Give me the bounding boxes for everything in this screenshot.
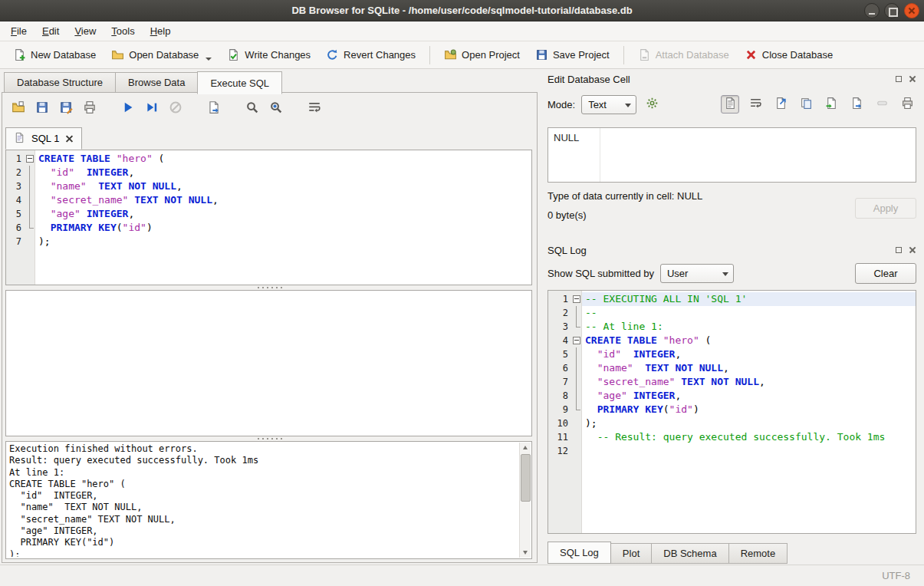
- sql-editor[interactable]: 1CREATE TABLE "hero" (2 "id" INTEGER,3 "…: [5, 150, 532, 285]
- tab-database-structure[interactable]: Database Structure: [4, 72, 116, 93]
- code-line[interactable]: 5 "id" INTEGER,: [548, 347, 916, 361]
- mode-combo[interactable]: Text: [581, 95, 636, 114]
- scroll-down-icon[interactable]: [521, 548, 531, 558]
- open-project-button[interactable]: Open Project: [437, 44, 527, 65]
- code-text: -- At line 1:: [582, 320, 916, 334]
- execute-current-line-button[interactable]: [143, 100, 160, 117]
- text-view-button[interactable]: [721, 95, 739, 114]
- print-button[interactable]: [81, 100, 98, 117]
- tab-browse-data[interactable]: Browse Data: [115, 72, 198, 93]
- save-project-button[interactable]: Save Project: [528, 44, 617, 65]
- close-database-button[interactable]: Close Database: [738, 44, 840, 65]
- import-button[interactable]: [822, 95, 840, 114]
- code-line[interactable]: 3 "name" TEXT NOT NULL,: [6, 179, 531, 193]
- cell-editor[interactable]: NULL: [547, 127, 916, 183]
- word-wrap-button[interactable]: [306, 100, 323, 117]
- sql-tab-label: SQL 1: [31, 133, 59, 144]
- save-sql-file-button[interactable]: [34, 100, 51, 117]
- tab-db-schema[interactable]: DB Schema: [651, 543, 728, 564]
- dock-close-icon[interactable]: [909, 246, 916, 254]
- dropdown-caret-icon[interactable]: [206, 58, 212, 61]
- settings-icon: [646, 97, 659, 112]
- copy-button[interactable]: [797, 95, 815, 114]
- code-line[interactable]: 7);: [6, 235, 531, 249]
- cell-icon-buttons: [721, 95, 916, 114]
- close-database-icon: [745, 48, 758, 61]
- open-external-button[interactable]: [771, 95, 790, 114]
- tab-remote[interactable]: Remote: [728, 543, 788, 564]
- menu-help[interactable]: Help: [143, 22, 179, 40]
- code-line[interactable]: 9 PRIMARY KEY("id"): [548, 403, 916, 416]
- menu-edit[interactable]: Edit: [35, 22, 67, 40]
- code-line[interactable]: 4 "secret_name" TEXT NOT NULL,: [6, 193, 531, 207]
- code-line[interactable]: 5 "age" INTEGER,: [6, 207, 531, 221]
- write-changes-button[interactable]: Write Changes: [220, 44, 317, 65]
- code-line[interactable]: 10);: [548, 416, 916, 430]
- fold-column: [571, 430, 581, 444]
- maximize-button[interactable]: [884, 3, 899, 18]
- code-text: PRIMARY KEY("id"): [35, 221, 531, 235]
- open-sql-file-button[interactable]: [10, 100, 27, 117]
- scroll-up-icon[interactable]: [521, 443, 531, 453]
- code-line[interactable]: 1CREATE TABLE "hero" (: [6, 152, 531, 166]
- execute-all-button[interactable]: [120, 100, 136, 117]
- new-database-button[interactable]: New Database: [6, 44, 103, 65]
- menu-file[interactable]: File: [3, 22, 35, 40]
- tab-execute-sql[interactable]: Execute SQL: [197, 71, 282, 94]
- code-line[interactable]: 1-- EXECUTING ALL IN 'SQL 1': [548, 292, 916, 306]
- dock-close-icon[interactable]: [909, 75, 916, 83]
- tab-sql-log[interactable]: SQL Log: [547, 542, 611, 564]
- fold-column: [571, 416, 581, 430]
- code-text: "secret_name" TEXT NOT NULL,: [582, 375, 916, 389]
- export-sql-button[interactable]: [206, 100, 222, 117]
- stop-icon: [169, 100, 182, 117]
- code-line[interactable]: 4CREATE TABLE "hero" (: [548, 334, 916, 347]
- sql-tab[interactable]: SQL 1: [5, 127, 82, 150]
- tab-plot[interactable]: Plot: [610, 543, 652, 564]
- cell-settings-button[interactable]: [643, 95, 661, 114]
- clear-button[interactable]: Clear: [855, 263, 916, 284]
- revert-changes-button[interactable]: Revert Changes: [319, 44, 423, 65]
- code-line[interactable]: 3-- At line 1:: [548, 320, 916, 334]
- minimize-button[interactable]: [864, 3, 880, 18]
- log-filter-combo[interactable]: User: [660, 264, 734, 283]
- menu-tools[interactable]: Tools: [104, 22, 142, 40]
- close-tab-icon[interactable]: [65, 134, 74, 143]
- fold-marker-icon: [571, 389, 581, 403]
- dock-float-icon[interactable]: [896, 247, 902, 253]
- dock-buttons: [896, 75, 916, 83]
- find-button[interactable]: [244, 100, 261, 117]
- line-number: 4: [6, 193, 25, 207]
- export-button[interactable]: [847, 95, 866, 114]
- save-sql-file-as-button[interactable]: [58, 100, 74, 117]
- dock-float-icon[interactable]: [896, 76, 902, 82]
- line-number: 6: [6, 221, 25, 235]
- code-line[interactable]: 2 "id" INTEGER,: [6, 166, 531, 179]
- find-replace-button[interactable]: [268, 100, 284, 117]
- code-text: );: [582, 416, 916, 430]
- menu-view[interactable]: View: [67, 22, 104, 40]
- execution-log-pane: Execution finished without errors. Resul…: [5, 441, 532, 559]
- copy-icon: [800, 97, 813, 112]
- set-null-icon: [876, 97, 889, 112]
- code-text: CREATE TABLE "hero" (: [582, 334, 916, 347]
- open-database-button[interactable]: Open Database: [104, 44, 219, 65]
- window-buttons: [864, 3, 919, 18]
- code-line[interactable]: 2--: [548, 306, 916, 320]
- code-line[interactable]: 6 "name" TEXT NOT NULL,: [548, 361, 916, 375]
- open-sql-file-icon: [12, 100, 25, 117]
- code-line[interactable]: 8 "age" INTEGER,: [548, 389, 916, 403]
- close-button[interactable]: [904, 3, 919, 18]
- sql-log-editor[interactable]: 1-- EXECUTING ALL IN 'SQL 1'2--3-- At li…: [547, 290, 916, 534]
- wrap-text-button[interactable]: [746, 95, 765, 114]
- code-line[interactable]: 6 PRIMARY KEY("id"): [6, 221, 531, 235]
- code-line[interactable]: 7 "secret_name" TEXT NOT NULL,: [548, 375, 916, 389]
- vertical-scrollbar[interactable]: [519, 443, 531, 558]
- code-text: "id" INTEGER,: [582, 347, 916, 361]
- results-pane: [5, 290, 532, 436]
- print-button[interactable]: [898, 95, 916, 114]
- code-line[interactable]: 12: [548, 444, 916, 458]
- code-line[interactable]: 11 -- Result: query executed successfull…: [548, 430, 916, 444]
- scrollbar-thumb[interactable]: [521, 454, 531, 502]
- fold-marker-icon: [571, 334, 581, 347]
